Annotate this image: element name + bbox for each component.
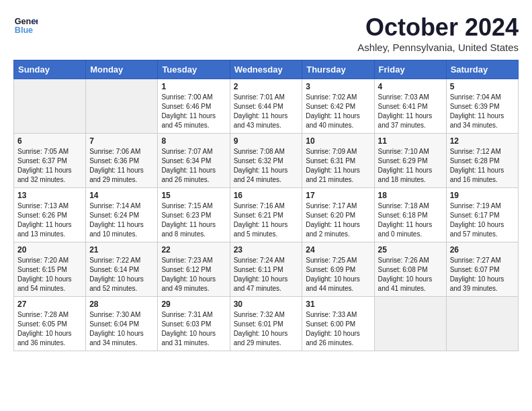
calendar-cell: 7Sunrise: 7:06 AM Sunset: 6:36 PM Daylig… <box>86 134 158 188</box>
day-number: 18 <box>378 191 443 200</box>
calendar-cell: 25Sunrise: 7:26 AM Sunset: 6:08 PM Dayli… <box>374 242 446 297</box>
page-header: General Blue October 2024 Ashley, Pennsy… <box>13 13 519 53</box>
day-info: Sunrise: 7:30 AM Sunset: 6:04 PM Dayligh… <box>89 310 154 348</box>
day-number: 13 <box>17 191 82 200</box>
svg-text:Blue: Blue <box>15 26 33 35</box>
day-number: 12 <box>450 136 515 146</box>
day-info: Sunrise: 7:28 AM Sunset: 6:05 PM Dayligh… <box>17 310 82 348</box>
day-number: 11 <box>378 136 443 146</box>
calendar-cell: 21Sunrise: 7:22 AM Sunset: 6:14 PM Dayli… <box>86 242 158 297</box>
calendar-cell: 17Sunrise: 7:17 AM Sunset: 6:20 PM Dayli… <box>302 188 374 242</box>
day-info: Sunrise: 7:33 AM Sunset: 6:00 PM Dayligh… <box>306 310 370 348</box>
calendar-cell: 20Sunrise: 7:20 AM Sunset: 6:15 PM Dayli… <box>14 242 86 297</box>
day-number: 14 <box>89 191 154 200</box>
calendar-cell: 6Sunrise: 7:05 AM Sunset: 6:37 PM Daylig… <box>14 134 86 188</box>
calendar-cell: 14Sunrise: 7:14 AM Sunset: 6:24 PM Dayli… <box>86 188 158 242</box>
day-number: 29 <box>161 300 226 309</box>
day-number: 28 <box>89 300 154 309</box>
calendar-cell: 24Sunrise: 7:25 AM Sunset: 6:09 PM Dayli… <box>302 242 374 297</box>
day-info: Sunrise: 7:04 AM Sunset: 6:39 PM Dayligh… <box>450 93 515 130</box>
day-info: Sunrise: 7:20 AM Sunset: 6:15 PM Dayligh… <box>17 256 82 293</box>
calendar-cell <box>374 297 446 351</box>
calendar-cell: 23Sunrise: 7:24 AM Sunset: 6:11 PM Dayli… <box>230 242 302 297</box>
calendar-cell: 31Sunrise: 7:33 AM Sunset: 6:00 PM Dayli… <box>302 297 374 351</box>
calendar-cell <box>14 79 86 134</box>
day-number: 17 <box>306 191 370 200</box>
day-number: 19 <box>450 191 515 200</box>
day-number: 23 <box>234 245 299 255</box>
day-number: 25 <box>378 245 443 255</box>
day-number: 20 <box>17 245 82 255</box>
logo: General Blue <box>13 13 38 38</box>
day-number: 22 <box>161 245 226 255</box>
day-number: 1 <box>161 82 226 91</box>
day-info: Sunrise: 7:13 AM Sunset: 6:26 PM Dayligh… <box>17 201 82 239</box>
weekday-header-monday: Monday <box>86 60 158 79</box>
calendar-cell <box>86 79 158 134</box>
day-info: Sunrise: 7:00 AM Sunset: 6:46 PM Dayligh… <box>161 93 226 130</box>
month-title: October 2024 <box>357 13 519 42</box>
day-number: 9 <box>234 136 299 146</box>
day-info: Sunrise: 7:32 AM Sunset: 6:01 PM Dayligh… <box>234 310 299 348</box>
calendar-cell: 9Sunrise: 7:08 AM Sunset: 6:32 PM Daylig… <box>230 134 302 188</box>
day-info: Sunrise: 7:09 AM Sunset: 6:31 PM Dayligh… <box>306 147 370 185</box>
day-number: 10 <box>306 136 370 146</box>
calendar-cell: 12Sunrise: 7:12 AM Sunset: 6:28 PM Dayli… <box>446 134 518 188</box>
calendar-cell: 5Sunrise: 7:04 AM Sunset: 6:39 PM Daylig… <box>446 79 518 134</box>
day-number: 7 <box>89 136 154 146</box>
day-info: Sunrise: 7:27 AM Sunset: 6:07 PM Dayligh… <box>450 256 515 293</box>
day-number: 16 <box>234 191 299 200</box>
day-info: Sunrise: 7:24 AM Sunset: 6:11 PM Dayligh… <box>234 256 299 293</box>
day-info: Sunrise: 7:16 AM Sunset: 6:21 PM Dayligh… <box>234 201 299 239</box>
calendar-cell: 10Sunrise: 7:09 AM Sunset: 6:31 PM Dayli… <box>302 134 374 188</box>
calendar-cell: 15Sunrise: 7:15 AM Sunset: 6:23 PM Dayli… <box>158 188 230 242</box>
day-info: Sunrise: 7:14 AM Sunset: 6:24 PM Dayligh… <box>89 201 154 239</box>
day-info: Sunrise: 7:06 AM Sunset: 6:36 PM Dayligh… <box>89 147 154 185</box>
day-info: Sunrise: 7:03 AM Sunset: 6:41 PM Dayligh… <box>378 93 443 130</box>
title-block: October 2024 Ashley, Pennsylvania, Unite… <box>357 13 519 53</box>
day-info: Sunrise: 7:08 AM Sunset: 6:32 PM Dayligh… <box>234 147 299 185</box>
calendar-cell: 27Sunrise: 7:28 AM Sunset: 6:05 PM Dayli… <box>14 297 86 351</box>
calendar-cell: 3Sunrise: 7:02 AM Sunset: 6:42 PM Daylig… <box>302 79 374 134</box>
calendar-cell: 19Sunrise: 7:19 AM Sunset: 6:17 PM Dayli… <box>446 188 518 242</box>
calendar-cell: 26Sunrise: 7:27 AM Sunset: 6:07 PM Dayli… <box>446 242 518 297</box>
weekday-header-friday: Friday <box>374 60 446 79</box>
location: Ashley, Pennsylvania, United States <box>357 42 519 53</box>
calendar-cell: 29Sunrise: 7:31 AM Sunset: 6:03 PM Dayli… <box>158 297 230 351</box>
day-number: 3 <box>306 82 370 91</box>
calendar-cell: 28Sunrise: 7:30 AM Sunset: 6:04 PM Dayli… <box>86 297 158 351</box>
calendar-table: SundayMondayTuesdayWednesdayThursdayFrid… <box>13 60 519 351</box>
day-number: 6 <box>17 136 82 146</box>
calendar-cell: 2Sunrise: 7:01 AM Sunset: 6:44 PM Daylig… <box>230 79 302 134</box>
day-info: Sunrise: 7:01 AM Sunset: 6:44 PM Dayligh… <box>234 93 299 130</box>
day-info: Sunrise: 7:10 AM Sunset: 6:29 PM Dayligh… <box>378 147 443 185</box>
day-info: Sunrise: 7:26 AM Sunset: 6:08 PM Dayligh… <box>378 256 443 293</box>
weekday-header-saturday: Saturday <box>446 60 518 79</box>
weekday-header-thursday: Thursday <box>302 60 374 79</box>
calendar-cell: 4Sunrise: 7:03 AM Sunset: 6:41 PM Daylig… <box>374 79 446 134</box>
day-info: Sunrise: 7:17 AM Sunset: 6:20 PM Dayligh… <box>306 201 370 239</box>
calendar-cell: 13Sunrise: 7:13 AM Sunset: 6:26 PM Dayli… <box>14 188 86 242</box>
weekday-header-tuesday: Tuesday <box>158 60 230 79</box>
day-number: 15 <box>161 191 226 200</box>
day-info: Sunrise: 7:02 AM Sunset: 6:42 PM Dayligh… <box>306 93 370 130</box>
day-info: Sunrise: 7:18 AM Sunset: 6:18 PM Dayligh… <box>378 201 443 239</box>
day-number: 2 <box>234 82 299 91</box>
day-info: Sunrise: 7:07 AM Sunset: 6:34 PM Dayligh… <box>161 147 226 185</box>
day-info: Sunrise: 7:25 AM Sunset: 6:09 PM Dayligh… <box>306 256 370 293</box>
day-number: 8 <box>161 136 226 146</box>
day-number: 30 <box>234 300 299 309</box>
day-info: Sunrise: 7:19 AM Sunset: 6:17 PM Dayligh… <box>450 201 515 239</box>
day-number: 24 <box>306 245 370 255</box>
day-number: 21 <box>89 245 154 255</box>
calendar-cell <box>446 297 518 351</box>
day-number: 27 <box>17 300 82 309</box>
day-number: 26 <box>450 245 515 255</box>
calendar-cell: 8Sunrise: 7:07 AM Sunset: 6:34 PM Daylig… <box>158 134 230 188</box>
day-info: Sunrise: 7:05 AM Sunset: 6:37 PM Dayligh… <box>17 147 82 185</box>
weekday-header-wednesday: Wednesday <box>230 60 302 79</box>
day-info: Sunrise: 7:22 AM Sunset: 6:14 PM Dayligh… <box>89 256 154 293</box>
logo-icon: General Blue <box>13 13 38 38</box>
calendar-cell: 18Sunrise: 7:18 AM Sunset: 6:18 PM Dayli… <box>374 188 446 242</box>
weekday-header-sunday: Sunday <box>14 60 86 79</box>
